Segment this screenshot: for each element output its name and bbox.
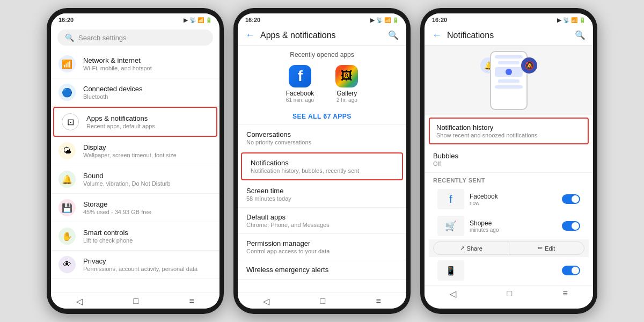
gallery-app-item[interactable]: 🖼 Gallery 2 hr. ago — [335, 65, 358, 103]
media-icon-3: ▶ — [557, 17, 561, 23]
search-button-3[interactable]: 🔍 — [575, 30, 586, 40]
wifi-icon-3: 📡 — [563, 17, 569, 23]
status-bar-3: 16:20 ▶ 📡 📶 🔋 — [425, 13, 593, 25]
home-nav-icon-2[interactable]: □ — [320, 296, 325, 306]
screen-time-sub: 58 minutes today — [246, 195, 398, 202]
apps-header-title: Apps & notifications — [260, 31, 383, 40]
screen-time-item[interactable]: Screen time 58 minutes today — [238, 181, 406, 208]
wireless-emergency-title: Wireless emergency alerts — [246, 266, 398, 274]
gallery-icon: 🖼 — [335, 65, 358, 87]
phone-1: 16:20 ▶ 📡 📶 🔋 🔍 Search settings 📶 Networ… — [47, 8, 224, 314]
settings-item-network[interactable]: 📶 Network & internet Wi-Fi, mobile, and … — [51, 50, 219, 78]
permission-manager-item[interactable]: Permission manager Control app access to… — [238, 234, 406, 260]
recently-sent-panel: f Facebook now 🛒 Shopee minutes ago — [429, 186, 589, 284]
edit-button[interactable]: ✏ Edit — [509, 242, 584, 254]
notif-history-title: Notification history — [436, 123, 581, 131]
settings-item-privacy[interactable]: 👁 Privacy Permissions, account activity,… — [51, 251, 219, 279]
back-nav-icon-3[interactable]: ◁ — [450, 289, 456, 299]
search-bar[interactable]: 🔍 Search settings — [57, 30, 213, 46]
recent-nav-icon-2[interactable]: ≡ — [376, 296, 380, 306]
shopee-toggle[interactable] — [562, 221, 580, 231]
gallery-name: Gallery — [335, 90, 358, 97]
default-apps-item[interactable]: Default apps Chrome, Phone, and Messages — [238, 208, 406, 234]
conversations-item[interactable]: Conversations No priority conversations — [238, 125, 406, 151]
back-button-3[interactable]: ← — [432, 30, 442, 41]
smart-icon: ✋ — [58, 228, 76, 245]
screen-time-title: Screen time — [246, 187, 398, 195]
bubbles-title: Bubbles — [433, 152, 584, 160]
facebook-name: Facebook — [286, 90, 314, 97]
status-icons-2: ▶ 📡 📶 🔋 — [370, 17, 399, 23]
settings-item-storage[interactable]: 💾 Storage 45% used - 34.93 GB free — [51, 194, 219, 222]
phone-2: 16:20 ▶ 📡 📶 🔋 ← Apps & notifications 🔍 R… — [233, 8, 411, 314]
storage-title: Storage — [83, 200, 212, 208]
back-button-2[interactable]: ← — [245, 30, 255, 41]
storage-subtitle: 45% used - 34.93 GB free — [83, 209, 212, 215]
privacy-subtitle: Permissions, account activity, personal … — [83, 266, 212, 272]
sound-icon: 🔔 — [58, 171, 76, 188]
network-subtitle: Wi-Fi, mobile, and hotspot — [83, 65, 212, 71]
back-nav-icon-2[interactable]: ◁ — [263, 296, 269, 306]
notif-history-sub: Show recent and snoozed notifications — [436, 132, 581, 138]
privacy-title: Privacy — [83, 257, 212, 265]
smart-title: Smart controls — [83, 229, 212, 237]
apps-title: Apps & notifications — [86, 114, 209, 122]
notifications-item[interactable]: Notifications Notification history, bubb… — [241, 152, 403, 180]
home-nav-icon-3[interactable]: □ — [507, 289, 512, 299]
privacy-icon: 👁 — [58, 256, 76, 273]
home-nav-icon[interactable]: □ — [133, 296, 138, 306]
third-toggle[interactable] — [562, 266, 580, 275]
display-title: Display — [83, 143, 212, 151]
back-nav-icon[interactable]: ◁ — [76, 296, 83, 306]
connected-subtitle: Bluetooth — [83, 93, 212, 100]
settings-item-connected[interactable]: 🔵 Connected devices Bluetooth — [51, 78, 219, 107]
wireless-emergency-item[interactable]: Wireless emergency alerts — [238, 260, 406, 280]
display-icon: 🌤 — [58, 142, 76, 159]
notif-header-title: Notifications — [447, 31, 569, 40]
battery-icon: 🔋 — [206, 17, 212, 23]
search-placeholder: Search settings — [78, 34, 127, 42]
settings-item-apps[interactable]: ⊡ Apps & notifications Recent apps, defa… — [53, 107, 217, 137]
share-icon: ↗ — [460, 245, 465, 252]
gallery-time: 2 hr. ago — [335, 97, 358, 103]
status-bar-1: 16:20 ▶ 📡 📶 🔋 — [51, 13, 219, 25]
apps-icon: ⊡ — [62, 113, 79, 130]
battery-icon-2: 🔋 — [392, 17, 399, 23]
time-1: 16:20 — [58, 17, 74, 23]
media-icon-2: ▶ — [370, 17, 375, 23]
status-icons-3: ▶ 📡 📶 🔋 — [557, 17, 586, 23]
notification-illustration: 🔔 🔕 — [425, 46, 593, 115]
settings-item-sound[interactable]: 🔔 Sound Volume, vibration, Do Not Distur… — [51, 165, 219, 194]
third-notif-row[interactable]: 📱 — [429, 257, 589, 284]
shopee-notif-row[interactable]: 🛒 Shopee minutes ago — [429, 213, 589, 239]
sound-subtitle: Volume, vibration, Do Not Disturb — [83, 180, 212, 187]
recently-sent-label: RECENTLY SENT — [425, 173, 593, 186]
settings-item-display[interactable]: 🌤 Display Wallpaper, screen timeout, fon… — [51, 137, 219, 165]
search-icon: 🔍 — [65, 33, 74, 42]
mute-badge: 🔕 — [521, 57, 537, 74]
see-all-apps-button[interactable]: SEE ALL 67 APPS — [238, 108, 406, 125]
nav-bar-2: ◁ □ ≡ — [238, 292, 406, 309]
search-button-2[interactable]: 🔍 — [388, 30, 399, 40]
storage-icon: 💾 — [58, 199, 76, 216]
share-button[interactable]: ↗ Share — [434, 242, 509, 254]
facebook-notif-row[interactable]: f Facebook now — [429, 186, 589, 213]
facebook-app-item[interactable]: f Facebook 61 min. ago — [286, 65, 314, 103]
network-title: Network & internet — [83, 56, 212, 64]
settings-item-smart[interactable]: ✋ Smart controls Lift to check phone — [51, 222, 219, 251]
facebook-icon: f — [289, 65, 311, 87]
apps-subtitle: Recent apps, default apps — [86, 123, 209, 129]
wifi-icon: 📡 — [189, 17, 196, 23]
sound-title: Sound — [83, 172, 212, 180]
notification-history-item[interactable]: Notification history Show recent and sno… — [429, 118, 589, 144]
default-apps-title: Default apps — [246, 213, 398, 221]
bubbles-item[interactable]: Bubbles Off — [425, 147, 593, 173]
phone-2-screen: 16:20 ▶ 📡 📶 🔋 ← Apps & notifications 🔍 R… — [238, 13, 406, 309]
recent-nav-icon-3[interactable]: ≡ — [562, 289, 567, 299]
wifi-icon-2: 📡 — [376, 17, 383, 23]
recent-nav-icon[interactable]: ≡ — [189, 296, 194, 306]
display-subtitle: Wallpaper, screen timeout, font size — [83, 152, 212, 158]
edit-icon: ✏ — [538, 245, 543, 252]
connected-title: Connected devices — [83, 85, 212, 93]
facebook-toggle[interactable] — [562, 194, 580, 204]
